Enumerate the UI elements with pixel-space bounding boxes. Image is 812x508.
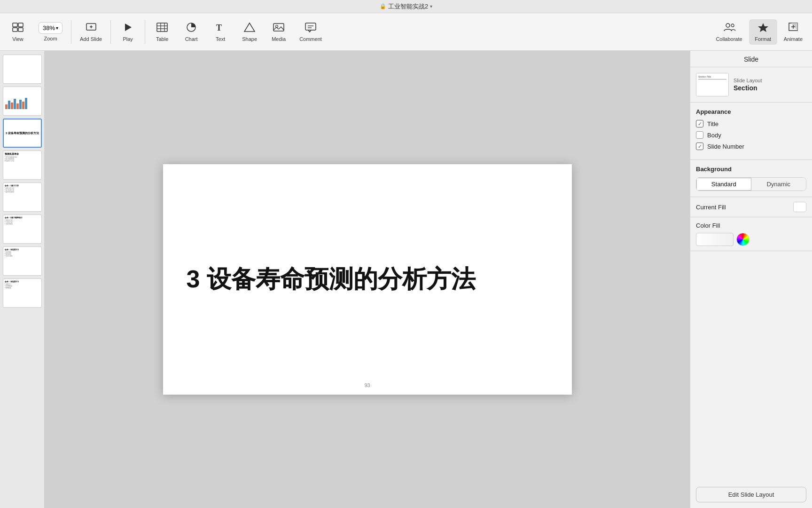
toolbar-animate[interactable]: Animate — [778, 19, 808, 45]
svg-point-17 — [276, 25, 278, 27]
format-icon — [757, 22, 769, 34]
slide-thumb-2[interactable] — [3, 87, 42, 116]
svg-rect-0 — [13, 23, 17, 27]
current-fill-label: Current Fill — [696, 204, 726, 211]
color-fill-label: Color Fill — [696, 222, 806, 229]
chart-icon — [185, 22, 197, 34]
layout-name: Section — [734, 84, 762, 92]
slide-number-checkbox[interactable] — [696, 143, 703, 150]
collaborate-icon — [723, 22, 735, 34]
color-fill-swatch[interactable] — [696, 233, 734, 246]
slide-thumb-5[interactable]: 会命：1基于力学 • 材料力学分析• 应力应变计算• 疲劳寿命模型 — [3, 183, 42, 212]
background-toggle: Standard Dynamic — [696, 177, 806, 191]
appearance-section: Appearance Title Body Slide Number — [690, 103, 812, 160]
add-slide-icon — [85, 22, 97, 34]
collaborate-label: Collaborate — [716, 36, 742, 42]
slide-number-checkbox-label: Slide Number — [707, 143, 744, 150]
toolbar-sep-3 — [145, 20, 145, 44]
text-label: Text — [216, 36, 225, 42]
svg-text:T: T — [216, 23, 222, 32]
slide-thumb-3[interactable]: 3 设备寿命预测的分析方法 — [3, 119, 42, 148]
current-fill-color[interactable] — [793, 202, 806, 212]
document-title[interactable]: 工业智能实战2 — [388, 2, 428, 11]
title-bar: 🔒 工业智能实战2 ▾ — [0, 0, 812, 13]
layout-small-label: Slide Layout — [734, 78, 762, 83]
toolbar-format[interactable]: Format — [749, 19, 777, 45]
layout-section: Section Title Slide Layout Section — [690, 67, 812, 103]
slide-thumb-8[interactable]: 会命：3机器学习 • 深度学习• LSTM网络• CNN模型 — [3, 278, 42, 308]
toolbar-collaborate[interactable]: Collaborate — [710, 19, 748, 45]
title-checkbox-label: Title — [707, 120, 718, 127]
svg-point-21 — [726, 24, 730, 27]
svg-rect-8 — [157, 23, 167, 32]
title-chevron-icon[interactable]: ▾ — [430, 4, 432, 9]
shape-label: Shape — [242, 36, 257, 42]
shape-icon — [243, 22, 256, 34]
appearance-title: Appearance — [696, 108, 806, 115]
background-title: Background — [696, 166, 806, 173]
svg-marker-15 — [244, 23, 255, 32]
title-checkbox[interactable] — [696, 120, 703, 127]
svg-rect-16 — [273, 24, 284, 31]
zoom-chevron-icon: ▾ — [56, 25, 58, 31]
media-label: Media — [272, 36, 286, 42]
slide-thumb-6[interactable]: 会命：2基于概率统计 • 韦布尔分布• 可靠性分析• 失效率模型 — [3, 214, 42, 244]
zoom-control[interactable]: 38% ▾ — [39, 22, 62, 34]
toolbar-chart[interactable]: Chart — [177, 19, 205, 45]
canvas-area[interactable]: 3 设备寿命预测的分析方法 93 — [45, 51, 690, 508]
standard-bg-btn[interactable]: Standard — [696, 178, 751, 190]
svg-rect-3 — [18, 28, 23, 32]
slide-thumb-4[interactable]: 预测机器寿命 • 基于历史数据分析• 统计模型预测• 机器学习方法 — [3, 151, 42, 180]
svg-rect-1 — [18, 23, 23, 27]
toolbar-shape[interactable]: Shape — [235, 19, 264, 45]
toolbar-table[interactable]: Table — [148, 19, 176, 45]
toolbar-text[interactable]: T Text — [206, 19, 234, 45]
zoom-value: 38% — [43, 24, 55, 32]
slide-thumb-1[interactable] — [3, 55, 42, 84]
toolbar-comment[interactable]: Comment — [294, 19, 328, 45]
format-label: Format — [755, 36, 771, 42]
checkbox-slide-number-row: Slide Number — [696, 143, 806, 150]
edit-slide-layout-button[interactable]: Edit Slide Layout — [696, 487, 806, 502]
slide-page-number: 93 — [364, 382, 370, 388]
slide-panel: 3 设备寿命预测的分析方法 预测机器寿命 • 基于历史数据分析• 统计模型预测•… — [0, 51, 45, 508]
chart-label: Chart — [185, 36, 198, 42]
layout-preview[interactable]: Section Title — [696, 73, 729, 96]
toolbar-view[interactable]: View — [4, 19, 32, 45]
text-icon: T — [214, 22, 226, 34]
table-icon — [156, 22, 168, 34]
view-icon — [12, 22, 24, 34]
toolbar-sep-1 — [71, 20, 71, 44]
body-checkbox[interactable] — [696, 131, 703, 139]
toolbar-sep-2 — [110, 20, 111, 44]
media-icon — [273, 22, 285, 34]
toolbar-add-slide[interactable]: Add Slide — [74, 19, 108, 45]
color-fill-control — [696, 233, 806, 246]
main-content: 3 设备寿命预测的分析方法 预测机器寿命 • 基于历史数据分析• 统计模型预测•… — [0, 51, 812, 508]
toolbar-play[interactable]: Play — [114, 19, 142, 45]
slide-main-text: 3 设备寿命预测的分析方法 — [163, 263, 476, 296]
svg-rect-2 — [13, 28, 17, 32]
current-fill-section: Current Fill — [690, 197, 812, 217]
svg-marker-7 — [125, 24, 132, 31]
panel-title: Slide — [690, 51, 812, 67]
play-label: Play — [123, 36, 133, 42]
toolbar-media[interactable]: Media — [265, 19, 293, 45]
slide-thumb-7[interactable]: 会命：3机器学习 • 神经网络• 随机森林• 支持向量机 — [3, 246, 42, 276]
body-checkbox-label: Body — [707, 132, 721, 139]
table-label: Table — [156, 36, 168, 42]
lock-icon: 🔒 — [380, 3, 386, 9]
right-panel: Slide Section Title Slide Layout Section… — [690, 51, 812, 508]
dynamic-bg-btn[interactable]: Dynamic — [751, 178, 806, 190]
animate-icon — [787, 22, 799, 34]
svg-rect-18 — [305, 23, 316, 30]
color-wheel-button[interactable] — [736, 233, 750, 246]
color-fill-section: Color Fill — [690, 217, 812, 251]
slide-canvas: 3 设备寿命预测的分析方法 93 — [163, 164, 572, 395]
add-slide-label: Add Slide — [80, 36, 102, 42]
comment-icon — [304, 22, 317, 34]
toolbar-zoom[interactable]: 38% ▾ Zoom — [33, 19, 68, 44]
zoom-label: Zoom — [44, 36, 57, 41]
svg-marker-23 — [758, 23, 768, 32]
play-icon — [123, 22, 133, 34]
